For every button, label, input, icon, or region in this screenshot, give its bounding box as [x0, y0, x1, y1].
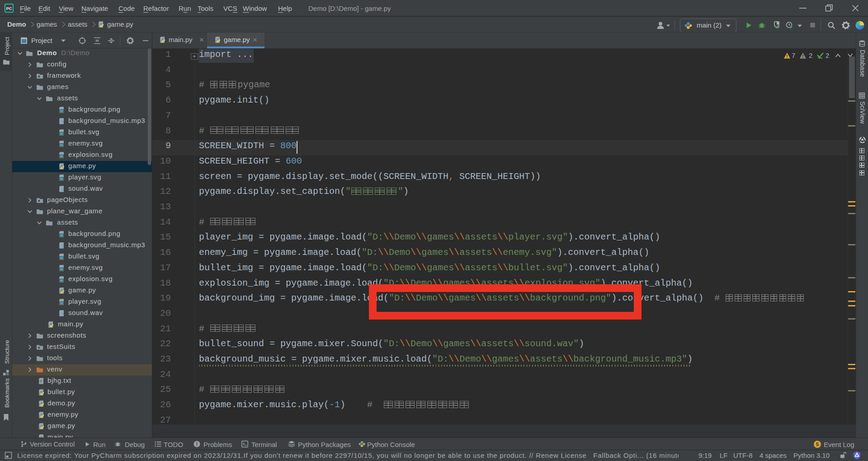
svg-text:PC: PC [6, 6, 12, 11]
